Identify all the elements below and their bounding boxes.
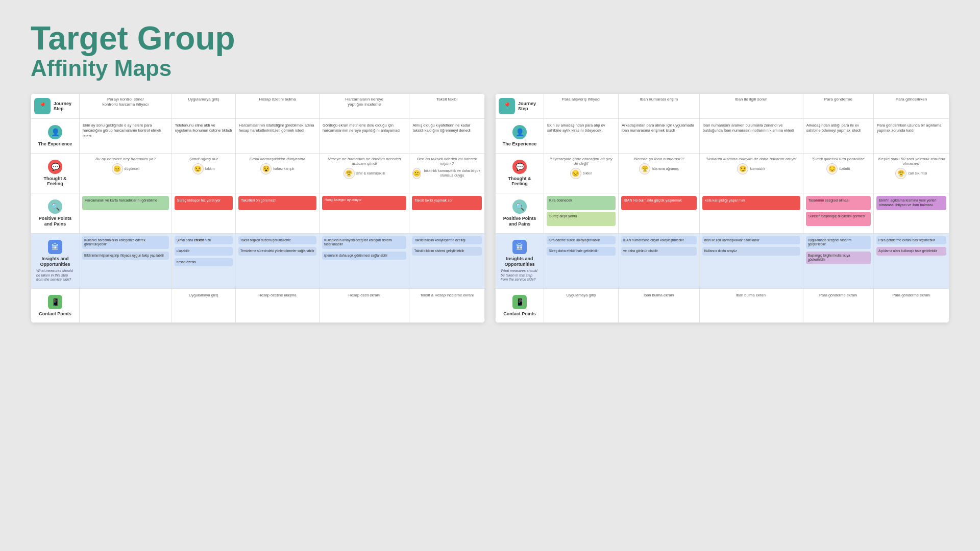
emotion1-4: sinir & karmaşıklık <box>356 171 385 175</box>
insight1-3b: Temizleme sürecindeki yönlendirmeler sağ… <box>238 247 316 255</box>
step2-col4: Para gönderme <box>807 97 869 102</box>
main-title: Target Group <box>31 20 949 56</box>
sticky1-4: Hangi kategori uyumuyor <box>322 196 406 210</box>
insight1-2c: hesap özetini <box>175 258 233 266</box>
contact2-4: Para gönderme ekranı <box>805 293 871 297</box>
emoji2-4: 😔 <box>826 163 838 174</box>
thought-icon-1: 💬 <box>48 160 62 174</box>
step2-col1: Para alışveriş ihtiyacı <box>548 97 614 102</box>
sticky2-3: kafa karışıklığı yaşanmak <box>702 196 800 210</box>
contact-row-2: 📱 Contact Points Uygulamaya giriş İban b… <box>496 288 949 323</box>
insights-header-2: 🏛 Insights and Opportunities What measur… <box>499 238 541 284</box>
thought1-text5: Ben bu taksidi ödedim mi ödecek miyim ? <box>412 157 481 166</box>
thought-row-2: 💬 Thought & Feeling 'Hiyerarşide çöpe at… <box>496 153 949 193</box>
emoji1-5: 😕 <box>412 168 421 179</box>
exp1-text5: Almış olduğu kıyafetlerin ne kadar taksi… <box>412 123 481 134</box>
thought1-text4: Nereye ne harcadım ne ödedim nereden anl… <box>323 157 406 166</box>
insight2-3a: Iban ile ilgili karmaşıklıklar azaltılab… <box>702 236 800 244</box>
affinity-map-1: 📍 Journey Step Parayı kontrol etme/kontr… <box>31 93 485 323</box>
exp1-text3: Harcamalarının istatistiğini görebilmek … <box>239 123 316 134</box>
emotion2-3: kurnaizlık <box>750 167 765 170</box>
contact1-2: Uygulamaya giriş <box>174 293 233 297</box>
emoji1-1: 😐 <box>112 163 123 174</box>
experience-icon-2: 👤 <box>512 125 527 139</box>
thought1-text1: Bu ay nerelere ney harcadım ya? <box>83 157 168 161</box>
exp2-text4: Arkadaşından aldığı para ile ev sahibine… <box>806 123 870 134</box>
step2-col2: Iban numarası erişim <box>623 97 695 102</box>
insight1-1b: Bildirimleri kişiselleştirip ihtiyaca uy… <box>82 252 169 260</box>
points-header-2: 🔍 Positive Points and Pains <box>499 197 541 229</box>
contact-header-1: 📱 Contact Points <box>34 293 76 319</box>
points-icon-2: 🔍 <box>512 199 527 214</box>
emoji2-5: 😤 <box>895 168 906 179</box>
contact1-3: Hesap özetine ulaşma <box>238 293 317 297</box>
thought1-text2: Şimdi uğraş dur <box>175 157 232 161</box>
emotion1-2: bıkkın <box>205 167 215 170</box>
step1-col4: Harcamaların nereyeyaptığını inceleme <box>324 97 405 108</box>
sticky1-5: Taksit takibi yapmak zor <box>412 196 482 210</box>
sticky2-1a: Kira ödenecek <box>547 196 616 210</box>
step1-col3: Hesap özetini bulma <box>240 97 315 102</box>
step1-col5: Taksit takibi <box>413 97 480 102</box>
thought-header-1: 💬 Thought & Feeling <box>34 158 76 189</box>
journey-icon-2: 📍 <box>499 98 515 114</box>
emoji2-3: 😏 <box>737 163 748 174</box>
insight1-5a: Taksit takibini kolaylaştırma özelliği <box>412 236 482 244</box>
insight1-3a: Taksit bilgileri düzenli görüntüleme <box>238 236 316 244</box>
thought1-text3: Geldi karmaşıklıklar dünyasına <box>239 157 316 161</box>
sub-title: Affinity Maps <box>31 56 949 81</box>
step2-col3: Iban ile ilgili sorun <box>704 97 799 102</box>
insight2-2b: ve daha görünür olabilir <box>621 247 697 255</box>
insights-icon-1: 🏛 <box>48 240 62 254</box>
thought2-text3: 'Notlarım kısmına ekleyim de daha bakarı… <box>703 157 800 161</box>
exp2-text5: Para gönderirken uzunca bir açıklama yap… <box>877 123 946 134</box>
insight2-4a: Uygulamada sezgisel tasarım geliştirileb… <box>806 236 871 249</box>
step1-col1: Parayı kontrol etme/kontrollü harcama ih… <box>84 97 167 108</box>
points-row-2: 🔍 Positive Points and Pains Kira ödenece… <box>496 193 949 234</box>
contact-icon-1: 📱 <box>48 295 62 309</box>
insight1-1a: Kullanıcı harcamalarını kategorize edere… <box>82 236 169 249</box>
sticky2-2: IBAN No bulmakta güçlük yaşanmak <box>621 196 697 210</box>
thought2-text1: 'Hiyerarşide çöpe atacağım bir şey de de… <box>547 157 615 166</box>
journey-step-row-1: 📍 Journey Step Parayı kontrol etme/kontr… <box>31 93 485 118</box>
insight2-5b: Açıklama alanı kullanışlı hale getirileb… <box>876 247 946 255</box>
contact2-1: Uygulamaya giriş <box>546 293 616 297</box>
contact1-5: Taksit & Hesap inceleme ekranı <box>411 293 482 297</box>
journey-icon-1: 📍 <box>34 98 51 114</box>
emotion1-5: bıkkınlık karmaşıklık ve daha birçok olu… <box>423 169 481 178</box>
emotion2-2: hüsrana uğramış <box>652 167 679 170</box>
emoji1-4: 😤 <box>344 168 355 179</box>
exp1-text1: Ekin ay sonu geldiğinde o ay nelere para… <box>83 123 168 139</box>
sticky2-4b: Sürecin başlangıç ​​bilgilerini görmesi <box>806 212 871 226</box>
emotion1-1: düşünceli <box>125 167 140 170</box>
step1-col2: Uygulamaya giriş <box>176 97 231 102</box>
title-section: Target Group Affinity Maps <box>31 20 949 81</box>
experience-row-2: 👤 The Experience Ekin ev arkadaşından pa… <box>496 118 949 153</box>
thought2-text2: 'Nerede şu İban numarası?!' <box>622 157 696 161</box>
sticky2-1b: Süreç alışır yönlü <box>547 212 616 226</box>
insight1-2b: ulaşabilir <box>175 247 233 255</box>
exp2-text3: İban numarasını ararken bulumakla zorlan… <box>703 123 800 134</box>
sticky2-4a: Tasarımın sezgisel olması <box>806 196 871 210</box>
emoji1-2: 😒 <box>192 163 204 174</box>
page: Target Group Affinity Maps 📍 Journey Ste… <box>0 0 980 343</box>
contact-row-1: 📱 Contact Points Uygulamaya giriş Hesap … <box>31 288 485 323</box>
insight1-4b: işlemlerin daha açık görünmesi sağlanabi… <box>322 252 406 260</box>
insights-icon-2: 🏛 <box>512 240 527 254</box>
insight2-3b: Kullanıcı dostu arayüz <box>702 247 800 255</box>
contact2-2: İban bulma ekranı <box>621 293 697 297</box>
insights-row-2: 🏛 Insights and Opportunities What measur… <box>496 233 949 288</box>
emotion2-5: can sıkıntısı <box>908 171 927 175</box>
exp1-text2: Telefonunu eline aldı ve uygulama ikonun… <box>175 123 232 134</box>
thought2-text4: 'Şimdi gidecek tüm paracklar' <box>806 157 870 161</box>
insight2-4b: Başlangıç bilgileri kullanıcıya gösteril… <box>806 252 871 264</box>
contact-header-2: 📱 Contact Points <box>499 293 541 319</box>
thought-icon-2: 💬 <box>512 160 527 174</box>
thought-row-1: 💬 Thought & Feeling Bu ay nerelere ney h… <box>31 153 485 193</box>
emoji1-3: 😵 <box>260 163 272 174</box>
step2-col5: Para gönderirken <box>878 97 945 102</box>
sticky1-3: Taksitleri ön göremez! <box>238 196 316 210</box>
points-header-1: 🔍 Positive Points and Pains <box>34 197 76 229</box>
insights-row-1: 🏛 Insights and Opportunities What measur… <box>31 233 485 288</box>
exp2-text1: Ekin ev arkadaşından para alıp ev sahibi… <box>547 123 615 134</box>
